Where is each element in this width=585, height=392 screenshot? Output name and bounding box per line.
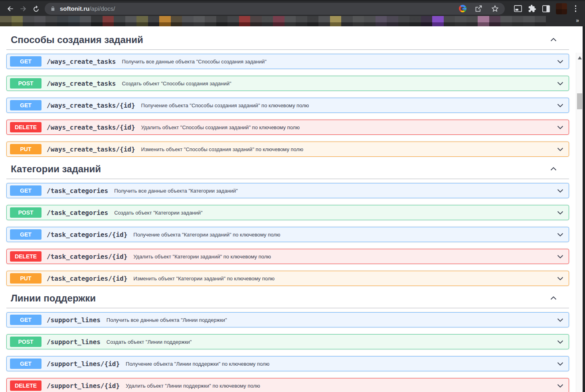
bookmarks-overflow-chevron[interactable]: » bbox=[576, 17, 579, 24]
bookmark-favicon[interactable] bbox=[136, 16, 148, 26]
bookmark-favicon[interactable] bbox=[57, 16, 69, 26]
chevron-down-icon[interactable] bbox=[556, 186, 565, 195]
bookmark-favicon[interactable] bbox=[91, 16, 103, 26]
chevron-down-icon[interactable] bbox=[556, 123, 565, 132]
bookmark-favicon[interactable] bbox=[535, 16, 546, 26]
bookmark-favicon[interactable] bbox=[455, 16, 466, 26]
chevron-up-icon[interactable] bbox=[549, 294, 558, 303]
chevron-up-icon[interactable] bbox=[549, 35, 558, 44]
bookmark-favicon[interactable] bbox=[159, 16, 171, 26]
bookmark-favicon[interactable] bbox=[239, 16, 251, 26]
scrollbar-up-arrow-icon[interactable] bbox=[578, 56, 582, 59]
chevron-down-icon[interactable] bbox=[556, 101, 565, 110]
endpoint-row[interactable]: PUT /ways_create_tasks/{id} Изменить объ… bbox=[6, 142, 569, 157]
bookmark-favicon[interactable] bbox=[34, 16, 46, 26]
bookmark-favicon[interactable] bbox=[523, 16, 535, 26]
bookmark-favicon[interactable] bbox=[364, 16, 376, 26]
google-logo-icon[interactable] bbox=[459, 5, 466, 12]
bookmark-favicon[interactable] bbox=[80, 16, 91, 26]
chevron-down-icon[interactable] bbox=[556, 337, 565, 346]
bookmark-favicon[interactable] bbox=[376, 16, 387, 26]
picture-in-picture-icon[interactable] bbox=[514, 5, 522, 13]
bookmark-favicon[interactable] bbox=[409, 16, 421, 26]
bookmark-favicon[interactable] bbox=[318, 16, 330, 26]
bookmark-favicon[interactable] bbox=[330, 16, 342, 26]
section-header[interactable]: Категории заданий bbox=[6, 163, 569, 179]
chevron-down-icon[interactable] bbox=[556, 252, 565, 261]
forward-button[interactable] bbox=[17, 2, 30, 15]
endpoint-row[interactable]: POST /task_categories Создать объект "Ка… bbox=[6, 205, 569, 220]
endpoint-row[interactable]: POST /ways_create_tasks Создать объект "… bbox=[6, 76, 569, 91]
bookmark-favicon[interactable] bbox=[512, 16, 524, 26]
endpoint-row[interactable]: DELETE /support_lines/{id} Удалить объек… bbox=[6, 378, 569, 392]
bookmark-favicon[interactable] bbox=[432, 16, 444, 26]
address-bar[interactable]: softonit.ru/api/docs/ bbox=[45, 3, 505, 15]
profile-avatar[interactable] bbox=[556, 3, 567, 14]
chevron-up-icon[interactable] bbox=[549, 165, 558, 173]
bookmark-star-icon[interactable] bbox=[491, 4, 499, 13]
bookmark-favicon[interactable] bbox=[466, 16, 478, 26]
bookmark-favicon[interactable] bbox=[489, 16, 501, 26]
bookmark-favicon[interactable] bbox=[205, 16, 216, 26]
endpoint-row[interactable]: DELETE /ways_create_tasks/{id} Удалить о… bbox=[6, 120, 569, 135]
extensions-puzzle-icon[interactable] bbox=[528, 4, 536, 13]
bookmark-favicon[interactable] bbox=[285, 16, 296, 26]
bookmark-favicon[interactable] bbox=[0, 16, 12, 26]
vertical-scrollbar[interactable] bbox=[576, 53, 583, 392]
back-button[interactable] bbox=[4, 2, 17, 15]
bookmark-favicon[interactable] bbox=[171, 16, 182, 26]
chevron-down-icon[interactable] bbox=[556, 230, 565, 239]
share-icon[interactable] bbox=[474, 4, 483, 13]
bookmark-favicon[interactable] bbox=[296, 16, 307, 26]
chevron-down-icon[interactable] bbox=[556, 208, 565, 217]
chevron-down-icon[interactable] bbox=[556, 274, 565, 283]
endpoint-row[interactable]: GET /support_lines/{id} Получение объект… bbox=[6, 356, 569, 371]
bookmark-favicon[interactable] bbox=[273, 16, 285, 26]
bookmark-favicon[interactable] bbox=[341, 16, 353, 26]
method-badge: PUT bbox=[10, 273, 42, 284]
bookmark-favicon[interactable] bbox=[68, 16, 80, 26]
url-text[interactable]: softonit.ru/api/docs/ bbox=[60, 5, 454, 12]
bookmark-favicon[interactable] bbox=[148, 16, 160, 26]
bookmark-favicon[interactable] bbox=[114, 16, 125, 26]
bookmark-favicon[interactable] bbox=[387, 16, 398, 26]
refresh-button[interactable] bbox=[30, 2, 42, 15]
endpoint-row[interactable]: GET /task_categories Получить все данные… bbox=[6, 183, 569, 198]
bookmark-favicon[interactable] bbox=[421, 16, 433, 26]
chevron-down-icon[interactable] bbox=[556, 79, 565, 88]
endpoint-row[interactable]: GET /support_lines Получить все данные о… bbox=[6, 312, 569, 327]
bookmark-favicon[interactable] bbox=[12, 16, 23, 26]
bookmark-favicon[interactable] bbox=[353, 16, 364, 26]
bookmark-favicon[interactable] bbox=[307, 16, 319, 26]
endpoint-row[interactable]: GET /ways_create_tasks Получить все данн… bbox=[6, 54, 569, 69]
endpoint-row[interactable]: GET /ways_create_tasks/{id} Получение об… bbox=[6, 98, 569, 113]
section-header[interactable]: Способы создания заданий bbox=[6, 34, 569, 50]
bookmark-favicon[interactable] bbox=[216, 16, 228, 26]
chevron-down-icon[interactable] bbox=[556, 145, 565, 154]
bookmark-favicon[interactable] bbox=[500, 16, 512, 26]
endpoint-row[interactable]: POST /support_lines Создать объект "Лини… bbox=[6, 334, 569, 349]
chevron-down-icon[interactable] bbox=[556, 57, 565, 66]
menu-kebab-icon[interactable] bbox=[573, 4, 579, 14]
bookmark-favicon[interactable] bbox=[182, 16, 194, 26]
bookmark-favicon[interactable] bbox=[398, 16, 410, 26]
chevron-down-icon[interactable] bbox=[556, 315, 565, 324]
section-header[interactable]: Линии поддержки bbox=[6, 293, 569, 308]
bookmark-favicon[interactable] bbox=[444, 16, 455, 26]
endpoint-row[interactable]: DELETE /task_categories/{id} Удалить объ… bbox=[6, 249, 569, 264]
bookmark-favicon[interactable] bbox=[478, 16, 489, 26]
side-panel-icon[interactable] bbox=[542, 5, 550, 13]
bookmark-favicon[interactable] bbox=[227, 16, 239, 26]
bookmark-favicon[interactable] bbox=[262, 16, 273, 26]
bookmark-favicon[interactable] bbox=[103, 16, 114, 26]
endpoint-row[interactable]: GET /task_categories/{id} Получение объе… bbox=[6, 227, 569, 242]
bookmark-favicon[interactable] bbox=[194, 16, 205, 26]
bookmark-favicon[interactable] bbox=[125, 16, 137, 26]
chevron-down-icon[interactable] bbox=[556, 381, 565, 390]
bookmark-favicon[interactable] bbox=[250, 16, 262, 26]
scrollbar-thumb[interactable] bbox=[577, 93, 582, 109]
chevron-down-icon[interactable] bbox=[556, 359, 565, 368]
endpoint-row[interactable]: PUT /task_categories/{id} Изменить объек… bbox=[6, 271, 569, 286]
bookmark-favicon[interactable] bbox=[23, 16, 34, 26]
bookmark-favicon[interactable] bbox=[45, 16, 57, 26]
